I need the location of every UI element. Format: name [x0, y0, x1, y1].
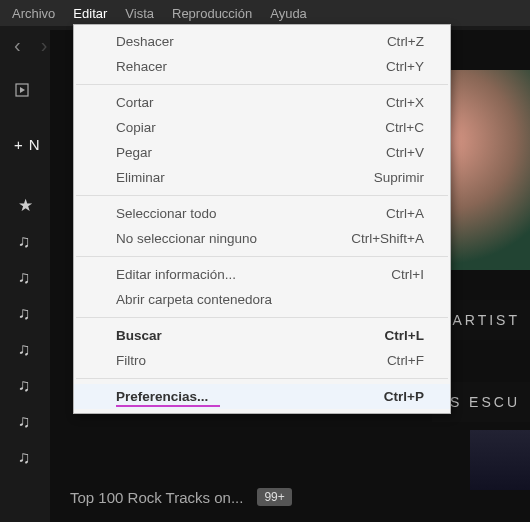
new-button-label: N: [29, 136, 40, 153]
menubar-item-ayuda[interactable]: Ayuda: [270, 6, 307, 21]
playlist-icon[interactable]: ♫: [18, 232, 33, 252]
playlist-icon[interactable]: ♫: [18, 304, 33, 324]
menu-preferencias[interactable]: Preferencias...Ctrl+P: [74, 384, 450, 409]
playlist-title: Top 100 Rock Tracks on...: [70, 489, 243, 506]
menu-separator: [76, 256, 448, 257]
count-badge: 99+: [257, 488, 291, 506]
menu-seleccionar-todo[interactable]: Seleccionar todoCtrl+A: [74, 201, 450, 226]
playlist-icon[interactable]: ♫: [18, 448, 33, 468]
menu-eliminar[interactable]: EliminarSuprimir: [74, 165, 450, 190]
plus-icon: +: [14, 136, 23, 153]
menu-no-seleccionar[interactable]: No seleccionar ningunoCtrl+Shift+A: [74, 226, 450, 251]
playlist-row[interactable]: Top 100 Rock Tracks on... 99+: [70, 488, 292, 506]
editar-dropdown: DeshacerCtrl+Z RehacerCtrl+Y CortarCtrl+…: [73, 24, 451, 414]
menubar-item-vista[interactable]: Vista: [125, 6, 154, 21]
playlist-icon[interactable]: ♫: [18, 412, 33, 432]
menu-separator: [76, 317, 448, 318]
menu-separator: [76, 84, 448, 85]
menu-rehacer[interactable]: RehacerCtrl+Y: [74, 54, 450, 79]
album-thumb[interactable]: [470, 430, 530, 490]
playlist-icon[interactable]: ♫: [18, 268, 33, 288]
menubar: Archivo Editar Vista Reproducción Ayuda: [0, 0, 530, 26]
menu-abrir-carpeta[interactable]: Abrir carpeta contenedora: [74, 287, 450, 312]
menu-editar-info[interactable]: Editar información...Ctrl+I: [74, 262, 450, 287]
menu-separator: [76, 195, 448, 196]
menu-separator: [76, 378, 448, 379]
sidebar: ★ ♫ ♫ ♫ ♫ ♫ ♫ ♫: [18, 195, 33, 468]
highlight-underline: [116, 405, 220, 407]
forward-button[interactable]: ›: [41, 34, 48, 57]
menu-copiar[interactable]: CopiarCtrl+C: [74, 115, 450, 140]
svg-marker-1: [20, 87, 25, 93]
menubar-item-archivo[interactable]: Archivo: [12, 6, 55, 21]
playlist-icon[interactable]: ♫: [18, 340, 33, 360]
menubar-item-editar[interactable]: Editar: [73, 6, 107, 21]
menu-pegar[interactable]: PegarCtrl+V: [74, 140, 450, 165]
back-button[interactable]: ‹: [14, 34, 21, 57]
playlist-icon[interactable]: ♫: [18, 376, 33, 396]
menu-buscar[interactable]: BuscarCtrl+L: [74, 323, 450, 348]
favorites-icon[interactable]: ★: [18, 195, 33, 216]
now-playing-icon[interactable]: [14, 82, 30, 101]
menu-cortar[interactable]: CortarCtrl+X: [74, 90, 450, 115]
menubar-item-reproduccion[interactable]: Reproducción: [172, 6, 252, 21]
menu-deshacer[interactable]: DeshacerCtrl+Z: [74, 29, 450, 54]
menu-filtro[interactable]: FiltroCtrl+F: [74, 348, 450, 373]
new-button[interactable]: + N: [14, 136, 40, 153]
